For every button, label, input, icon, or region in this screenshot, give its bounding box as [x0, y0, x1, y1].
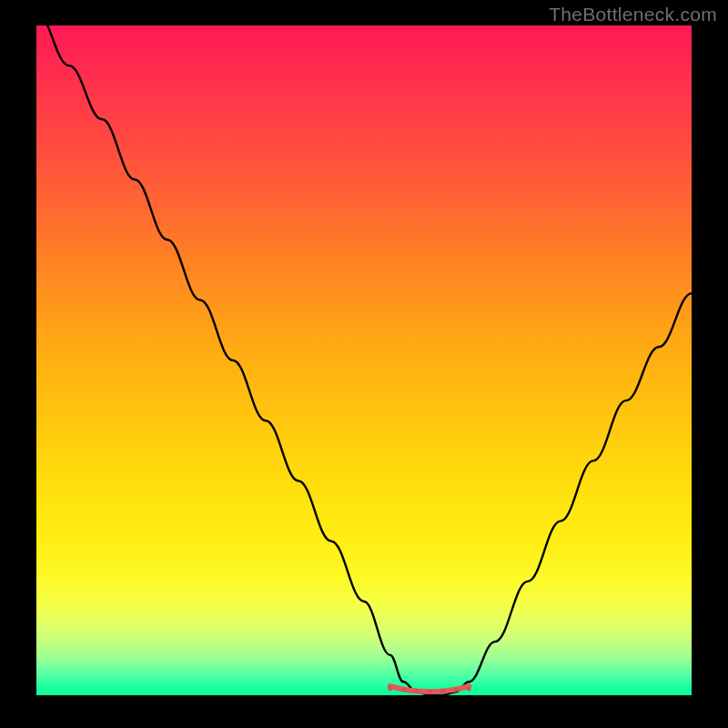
floor-dot	[388, 687, 392, 692]
plot-area	[36, 25, 692, 695]
floor-dot	[453, 688, 458, 693]
chart-frame: TheBottleneck.com	[0, 0, 728, 728]
watermark-text: TheBottleneck.com	[549, 4, 717, 25]
floor-dot	[401, 688, 406, 693]
floor-dot	[428, 690, 432, 694]
floor-dot	[467, 687, 471, 692]
floor-dot	[414, 689, 419, 693]
bottleneck-curve-path	[36, 12, 692, 695]
floor-dot	[440, 689, 445, 693]
curve-svg	[36, 25, 692, 695]
